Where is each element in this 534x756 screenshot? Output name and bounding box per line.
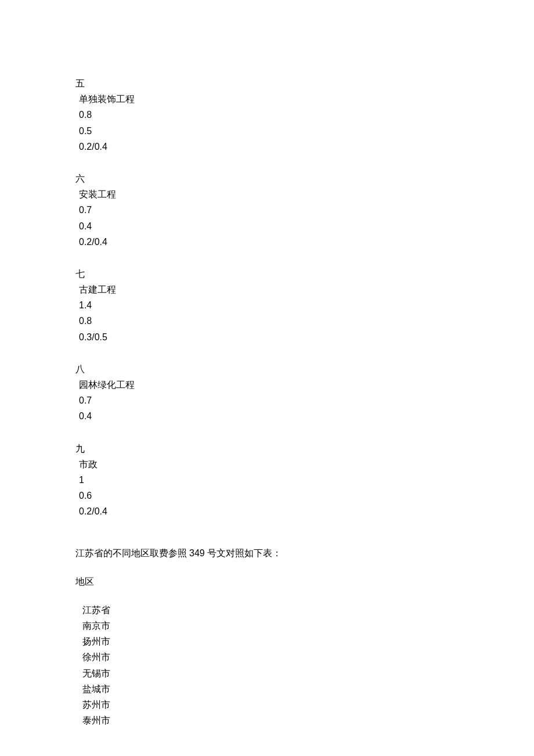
region-row: 江苏省 xyxy=(75,602,459,618)
intro-number: 349 xyxy=(189,548,205,558)
section-header: 八 xyxy=(75,361,459,377)
intro-text: 江苏省的不同地区取费参照 349 号文对照如下表： xyxy=(75,545,459,561)
region-row: 南京市 xyxy=(75,618,459,633)
section-row: 0.8 xyxy=(75,107,459,123)
region-row: 无锡市 xyxy=(75,665,459,681)
region-row: 泰州市 xyxy=(75,712,459,728)
section-row: 0.7 xyxy=(75,202,459,218)
section-row: 0.6 xyxy=(75,488,459,503)
region-row: 徐州市 xyxy=(75,649,459,665)
section-row: 0.5 xyxy=(75,123,459,139)
section-row: 单独装饰工程 xyxy=(75,91,459,107)
section-row: 0.3/0.5 xyxy=(75,329,459,345)
section-row: 园林绿化工程 xyxy=(75,377,459,393)
section-row: 1.4 xyxy=(75,297,459,313)
section-row: 0.4 xyxy=(75,218,459,234)
section-header: 七 xyxy=(75,266,459,282)
section-row: 市政 xyxy=(75,456,459,472)
document-page: 五 单独装饰工程 0.8 0.5 0.2/0.4 六 安装工程 0.7 0.4 … xyxy=(0,0,534,728)
section-row: 0.2/0.4 xyxy=(75,139,459,154)
section-eight: 八 园林绿化工程 0.7 0.4 xyxy=(75,361,459,424)
intro-prefix: 江苏省的不同地区取费参照 xyxy=(75,548,189,558)
region-header: 地区 xyxy=(75,574,459,589)
section-header: 九 xyxy=(75,441,459,456)
intro-suffix: 号文对照如下表： xyxy=(205,548,282,558)
region-row: 扬州市 xyxy=(75,633,459,649)
section-seven: 七 古建工程 1.4 0.8 0.3/0.5 xyxy=(75,266,459,345)
region-row: 苏州市 xyxy=(75,697,459,712)
section-row: 0.8 xyxy=(75,313,459,329)
region-row: 盐城市 xyxy=(75,681,459,697)
section-row: 古建工程 xyxy=(75,282,459,297)
section-header: 五 xyxy=(75,75,459,91)
section-row: 安装工程 xyxy=(75,186,459,202)
section-row: 1 xyxy=(75,472,459,488)
section-header: 六 xyxy=(75,171,459,186)
section-row: 0.7 xyxy=(75,393,459,408)
section-row: 0.2/0.4 xyxy=(75,234,459,250)
section-nine: 九 市政 1 0.6 0.2/0.4 xyxy=(75,441,459,520)
section-row: 0.4 xyxy=(75,408,459,424)
region-list: 江苏省 南京市 扬州市 徐州市 无锡市 盐城市 苏州市 泰州市 xyxy=(75,602,459,729)
section-six: 六 安装工程 0.7 0.4 0.2/0.4 xyxy=(75,171,459,250)
section-five: 五 单独装饰工程 0.8 0.5 0.2/0.4 xyxy=(75,75,459,154)
section-row: 0.2/0.4 xyxy=(75,503,459,519)
